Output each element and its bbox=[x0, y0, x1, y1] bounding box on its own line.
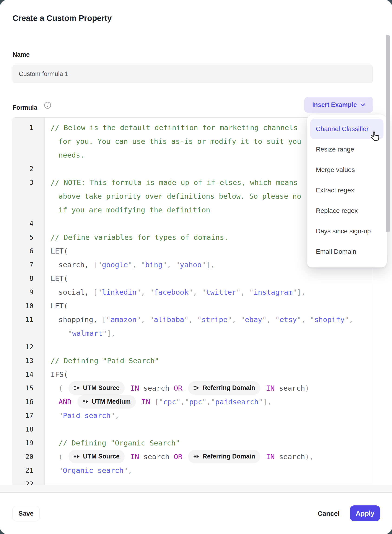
code-line[interactable]: 10LET( bbox=[13, 299, 373, 312]
code-segment: Organic search bbox=[63, 466, 124, 474]
code-segment: [" bbox=[102, 315, 111, 324]
code-segment: shopify bbox=[314, 315, 345, 324]
code-line[interactable]: 13// Defining "Paid Search" bbox=[13, 354, 373, 367]
code-segment: IN bbox=[126, 452, 144, 461]
code-line[interactable]: 12 bbox=[13, 340, 373, 354]
menu-item-resize-range[interactable]: Resize range bbox=[310, 139, 383, 160]
code-line[interactable]: 8LET( bbox=[13, 271, 373, 285]
cancel-button[interactable]: Cancel bbox=[315, 506, 343, 521]
line-number: 8 bbox=[13, 274, 45, 282]
code-segment: cpc bbox=[163, 398, 176, 406]
code-line[interactable]: 19// Defining "Organic Search" bbox=[13, 436, 373, 450]
code-segment: IFS( bbox=[51, 370, 68, 378]
code-segment: linkedin bbox=[102, 288, 136, 296]
menu-item-days-since-sign-up[interactable]: Days since sign-up bbox=[310, 221, 383, 241]
token-chip-label: Referring Domain bbox=[202, 384, 255, 392]
scrollbar-thumb[interactable] bbox=[386, 35, 390, 232]
code-line-content: // Defining "Paid Search" bbox=[45, 356, 373, 365]
code-segment: LET( bbox=[51, 274, 68, 283]
line-number: 3 bbox=[13, 179, 45, 186]
code-segment: needs. bbox=[59, 151, 84, 159]
token-chip-icon bbox=[193, 453, 200, 460]
line-number: 14 bbox=[13, 370, 45, 378]
token-chip-label: UTM Medium bbox=[92, 398, 131, 405]
apply-button[interactable]: Apply bbox=[350, 506, 380, 521]
code-segment: walmart bbox=[72, 329, 103, 337]
code-segment: ", " bbox=[228, 315, 245, 324]
info-icon[interactable]: i bbox=[44, 101, 51, 110]
code-segment: stripe bbox=[201, 315, 228, 324]
formula-label: Formula bbox=[13, 104, 37, 111]
code-line[interactable]: 9social, ["linkedin", "facebook", "twitt… bbox=[13, 285, 373, 299]
code-segment: " bbox=[59, 411, 63, 420]
code-line[interactable]: 11shopping, ["amazon", "alibaba", "strip… bbox=[13, 312, 373, 326]
code-segment: ", bbox=[124, 466, 132, 474]
menu-item-extract-regex[interactable]: Extract regex bbox=[310, 180, 383, 201]
code-segment: alibaba bbox=[154, 315, 184, 324]
code-segment: yahoo bbox=[180, 260, 201, 269]
code-segment: search bbox=[279, 452, 305, 461]
code-segment: IN bbox=[262, 452, 279, 461]
token-chip[interactable]: Referring Domain bbox=[188, 450, 260, 463]
code-line[interactable]: 17"Paid search", bbox=[13, 409, 373, 422]
menu-item-replace-regex[interactable]: Replace regex bbox=[310, 201, 383, 221]
token-chip[interactable]: UTM Source bbox=[69, 381, 125, 395]
insert-example-button[interactable]: Insert Example bbox=[304, 97, 373, 113]
token-chip[interactable]: Referring Domain bbox=[188, 381, 260, 395]
code-line-content: social, ["linkedin", "facebook", "twitte… bbox=[45, 288, 373, 296]
line-number: 15 bbox=[13, 384, 45, 392]
line-number: 18 bbox=[13, 425, 45, 433]
code-segment: OR bbox=[174, 384, 187, 392]
line-number: 17 bbox=[13, 411, 45, 420]
code-segment: instagram bbox=[254, 288, 293, 296]
code-segment: IN bbox=[137, 398, 155, 406]
line-number: 4 bbox=[13, 220, 45, 227]
code-segment: shopping, bbox=[59, 315, 102, 324]
code-line[interactable]: 22 bbox=[13, 477, 373, 485]
code-segment: "], bbox=[258, 398, 271, 406]
code-segment: ) bbox=[305, 384, 309, 392]
token-chip-label: UTM Source bbox=[83, 453, 120, 460]
code-line[interactable]: 16AND UTM Medium IN ["cpc","ppc","paidse… bbox=[13, 395, 373, 409]
code-line[interactable]: 14IFS( bbox=[13, 367, 373, 381]
code-segment: " bbox=[59, 466, 63, 474]
menu-item-email-domain[interactable]: Email Domain bbox=[310, 241, 383, 262]
code-segment: search bbox=[144, 384, 174, 392]
code-segment: AND bbox=[59, 398, 76, 406]
code-segment: ", " bbox=[189, 288, 206, 296]
code-segment: // Defining "Paid Search" bbox=[51, 356, 159, 365]
modal-title: Create a Custom Property bbox=[13, 14, 112, 23]
name-input[interactable] bbox=[13, 65, 373, 83]
code-line[interactable]: 21"Organic search", bbox=[13, 463, 373, 477]
token-chip[interactable]: UTM Medium bbox=[77, 395, 136, 409]
code-segment: ", " bbox=[136, 315, 154, 324]
line-number: 21 bbox=[13, 466, 45, 474]
code-segment: [" bbox=[93, 260, 102, 269]
code-segment: paidsearch bbox=[215, 398, 259, 406]
modal-scrollbar[interactable] bbox=[385, 30, 391, 532]
token-chip-icon bbox=[193, 385, 200, 391]
code-segment: ppc bbox=[189, 398, 202, 406]
code-segment: ebay bbox=[245, 315, 262, 324]
token-chip-label: Referring Domain bbox=[202, 453, 255, 460]
code-segment: social, bbox=[59, 288, 93, 296]
code-line[interactable]: 20( UTM Source IN search OR Referring Do… bbox=[13, 450, 373, 463]
code-line[interactable]: 18 bbox=[13, 422, 373, 436]
code-segment: ", " bbox=[184, 315, 201, 324]
line-number: 19 bbox=[13, 439, 45, 447]
line-number: 11 bbox=[13, 316, 45, 323]
code-line[interactable]: "walmart"], bbox=[13, 326, 373, 340]
code-line-content: shopping, ["amazon", "alibaba", "stripe"… bbox=[45, 315, 373, 324]
token-chip-icon bbox=[74, 385, 80, 391]
line-number: 7 bbox=[13, 261, 45, 269]
token-chip[interactable]: UTM Source bbox=[69, 450, 125, 463]
code-line-content: // Defining "Organic Search" bbox=[45, 439, 373, 447]
save-button[interactable]: Save bbox=[13, 506, 39, 521]
code-segment: search bbox=[279, 384, 305, 392]
menu-item-merge-values[interactable]: Merge values bbox=[310, 160, 383, 180]
code-segment: "], bbox=[201, 260, 215, 269]
menu-item-channel-classifier[interactable]: Channel Classifier bbox=[310, 119, 383, 139]
code-line-content: ( UTM Source IN search OR Referring Doma… bbox=[45, 450, 373, 463]
code-segment: [" bbox=[93, 288, 102, 296]
code-line[interactable]: 15( UTM Source IN search OR Referring Do… bbox=[13, 381, 373, 395]
